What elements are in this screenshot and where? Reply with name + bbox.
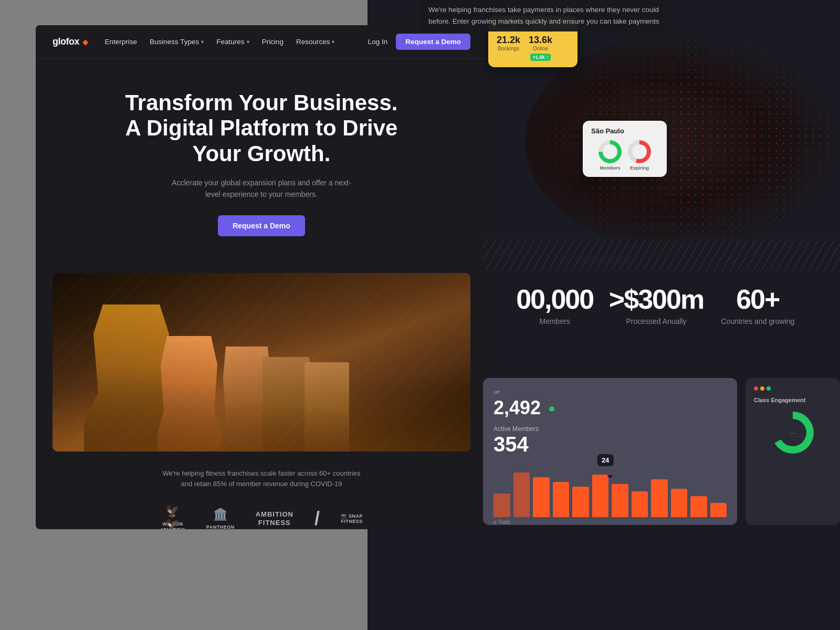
globe-dot-grid	[530, 37, 835, 247]
brand-logos: 🦅 WILSONATHLETIC 🏛️ PANTHEON AMBITIONFIT…	[52, 505, 470, 529]
brand-slash: /	[314, 509, 320, 528]
donut-inner: —	[779, 419, 806, 446]
wilson-icon: 🦅	[164, 505, 181, 519]
logo-text: glofox	[52, 36, 79, 47]
bar-item	[612, 484, 628, 517]
logo-icon: ◆	[82, 38, 88, 46]
revenue-dot	[549, 406, 554, 412]
logo[interactable]: glofox ◆	[52, 36, 88, 47]
bar-item	[710, 503, 727, 517]
window-dots	[754, 386, 832, 391]
bar-item	[592, 475, 609, 517]
chevron-down-icon: ▾	[201, 39, 204, 45]
window-dot-yellow	[760, 386, 764, 391]
pantheon-name: PANTHEON	[206, 524, 235, 529]
members-circle-inner	[603, 144, 617, 159]
analytics-panels: ue 2,492 Active Members 354 24 e Trails …	[472, 378, 840, 525]
stat-countries-label: Countries and growing	[707, 317, 808, 326]
window-dot-green	[766, 386, 771, 391]
bar-item	[690, 496, 707, 517]
pantheon-icon: 🏛️	[212, 508, 229, 522]
sp-card-title: São Paulo	[591, 127, 658, 135]
stat-members-number: 00,000	[504, 284, 605, 315]
franchise-text: We're helping fitness franchises scale f…	[162, 468, 361, 490]
stats-row: 00,000 Members >$300m Processed Anually …	[472, 262, 840, 346]
request-demo-button[interactable]: Request a Demo	[396, 34, 470, 50]
bookings-label: Bookings	[497, 46, 520, 51]
bar-item	[671, 489, 688, 517]
bar-item	[553, 482, 570, 517]
sp-card-icons: Members Expiring	[591, 140, 658, 171]
expiring-circle-inner	[632, 144, 647, 159]
revenue-label: ue	[494, 388, 727, 395]
brand-pantheon: 🏛️ PANTHEON	[206, 508, 235, 529]
hero-image	[52, 273, 470, 452]
sp-stat-expiring: Expiring	[628, 140, 651, 171]
members-circle	[598, 140, 622, 163]
brand-wilson: 🦅 WILSONATHLETIC	[160, 505, 185, 529]
expiring-label: Expiring	[628, 165, 651, 171]
tooltip-arrow	[607, 475, 613, 478]
chevron-down-icon: ▾	[247, 39, 249, 45]
hero-cta-button[interactable]: Request a Demo	[218, 215, 305, 236]
online-label: Online	[529, 46, 552, 51]
nav-business-types[interactable]: Business Types ▾	[150, 38, 204, 46]
hero-subtext: Acclerate your global expansion plans an…	[167, 177, 356, 201]
stat-processed: >$300m Processed Anually	[605, 284, 707, 326]
nav-features[interactable]: Features ▾	[216, 38, 249, 46]
sp-stat-members: Members	[598, 140, 622, 171]
engagement-card: Class Engagement —	[746, 378, 840, 525]
bar-item	[494, 494, 510, 517]
stat-processed-number: >$300m	[605, 284, 707, 315]
stat-countries-number: 60+	[707, 284, 808, 315]
hero-section: Transform Your Business. A Digital Platf…	[36, 59, 487, 257]
analytics-main-card: ue 2,492 Active Members 354 24 e Trails	[483, 378, 737, 525]
stat-processed-label: Processed Anually	[605, 317, 707, 326]
scrolled-text: We're helping franchises take payments i…	[428, 4, 664, 27]
image-overlay	[52, 273, 470, 452]
active-members-value: 354	[494, 433, 727, 456]
stat-members-label: Members	[504, 317, 605, 326]
chevron-down-icon: ▾	[332, 39, 334, 45]
bar-chart: 24	[494, 465, 727, 517]
nav-actions: Log In Request a Demo	[368, 34, 470, 50]
tooltip: 24	[597, 454, 613, 466]
window-dot-red	[754, 386, 758, 391]
nav-links: Enterprise Business Types ▾ Features ▾ P…	[105, 38, 351, 46]
bar-item	[632, 491, 648, 517]
donut-chart: —	[772, 412, 814, 454]
nav-pricing[interactable]: Pricing	[262, 38, 284, 46]
brand-snap: 📸 SNAPFITNESS	[341, 513, 363, 524]
expiring-circle	[628, 140, 651, 163]
snap-icon: 📸 SNAPFITNESS	[341, 513, 363, 524]
slash-symbol: /	[314, 509, 320, 528]
ambition-text: AMBITIONFITNESS	[256, 510, 293, 527]
brand-ambition: AMBITIONFITNESS	[256, 510, 293, 527]
nav-resources[interactable]: Resources ▾	[296, 38, 335, 46]
ny-stat-bookings: 21.2k Bookings	[497, 35, 520, 61]
ny-badge: +1.5k ↑	[530, 54, 551, 61]
active-members-label: Active Members	[494, 425, 727, 433]
trails-label: e Trails	[494, 519, 727, 525]
login-button[interactable]: Log In	[368, 38, 388, 46]
online-value: 13.6k	[529, 35, 552, 46]
hero-headline: Transform Your Business. A Digital Platf…	[52, 90, 470, 166]
bar-item	[533, 477, 550, 517]
brands-section: We're helping fitness franchises scale f…	[36, 452, 487, 529]
bar-item	[572, 487, 589, 517]
ny-stat-online: 13.6k Online +1.5k ↑	[529, 35, 552, 61]
bar-item	[651, 479, 668, 517]
members-label: Members	[598, 165, 622, 171]
bar-item	[513, 472, 530, 517]
engagement-label: Class Engagement	[754, 397, 832, 403]
main-website-panel: glofox ◆ Enterprise Business Types ▾ Fea…	[36, 25, 487, 529]
navbar: glofox ◆ Enterprise Business Types ▾ Fea…	[36, 25, 487, 59]
stat-countries: 60+ Countries and growing	[707, 284, 808, 326]
donut-text: —	[790, 430, 795, 436]
stat-members: 00,000 Members	[504, 284, 605, 326]
bookings-value: 21.2k	[497, 35, 520, 46]
revenue-value: 2,492	[494, 397, 727, 419]
ny-card-stats: 21.2k Bookings 13.6k Online +1.5k ↑	[497, 35, 569, 61]
sao-paulo-card: São Paulo Members Expiring	[583, 121, 667, 177]
nav-enterprise[interactable]: Enterprise	[105, 38, 138, 46]
